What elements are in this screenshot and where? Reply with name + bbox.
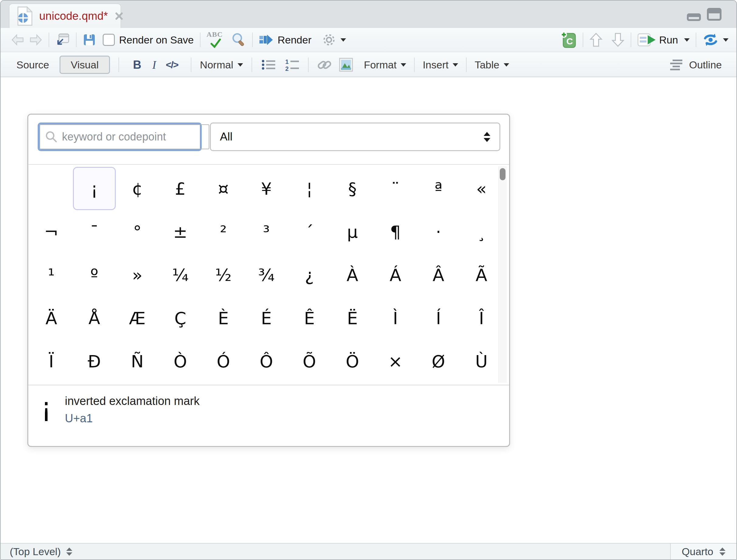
svg-text:C: C (566, 36, 573, 46)
symbol-cell[interactable]: Â (417, 253, 460, 296)
symbol-cell[interactable]: ± (159, 210, 202, 253)
symbol-cell[interactable]: ¦ (288, 167, 331, 210)
symbol-cell[interactable]: ¡ (73, 167, 116, 210)
symbol-cell[interactable]: ° (116, 210, 159, 253)
symbol-cell[interactable]: µ (331, 210, 374, 253)
symbol-cell[interactable]: ² (202, 210, 245, 253)
table-menu[interactable]: Table (474, 59, 509, 71)
symbol-cell[interactable]: « (460, 167, 503, 210)
symbol-cell[interactable]: ¶ (374, 210, 417, 253)
symbol-cell[interactable]: § (331, 167, 374, 210)
italic-button[interactable]: I (152, 58, 156, 71)
visual-mode-button[interactable]: Visual (60, 56, 110, 74)
minimize-pane-icon[interactable] (687, 7, 701, 21)
symbol-cell[interactable]: Ö (331, 340, 374, 383)
symbol-cell[interactable]: ´ (288, 210, 331, 253)
symbol-cell[interactable]: Ì (374, 296, 417, 340)
symbol-cell[interactable]: ¾ (245, 253, 288, 296)
link-icon[interactable] (317, 57, 332, 72)
symbol-cell[interactable]: Ø (417, 340, 460, 383)
symbol-cell[interactable]: × (374, 340, 417, 383)
symbol-cell[interactable]: Õ (288, 340, 331, 383)
symbol-cell[interactable]: ¼ (159, 253, 202, 296)
symbol-cell[interactable]: Í (417, 296, 460, 340)
symbol-cell[interactable]: ½ (202, 253, 245, 296)
image-icon[interactable] (339, 57, 354, 72)
symbol-cell[interactable]: ¥ (245, 167, 288, 210)
symbol-cell[interactable]: Ä (30, 296, 73, 340)
style-caret-icon (238, 63, 243, 67)
inline-code-button[interactable]: </> (166, 59, 178, 71)
symbol-cell[interactable]: Ã (460, 253, 503, 296)
open-in-new-window-icon[interactable] (55, 33, 70, 47)
symbol-cell[interactable]: Ê (288, 296, 331, 340)
numbered-list-icon[interactable]: 1 2 (284, 58, 300, 71)
render-on-save-checkbox[interactable] (103, 34, 115, 46)
rerun-source-icon[interactable] (702, 33, 719, 47)
symbol-cell[interactable]: Æ (116, 296, 159, 340)
insert-menu[interactable]: Insert (422, 59, 458, 71)
symbol-cell[interactable]: Î (460, 296, 503, 340)
symbol-category-select[interactable]: All (210, 123, 500, 151)
symbol-cell[interactable]: Ó (202, 340, 245, 383)
symbol-cell[interactable] (30, 167, 73, 210)
symbol-cell[interactable]: ¿ (288, 253, 331, 296)
source-options-caret-icon[interactable] (723, 38, 728, 42)
maximize-pane-icon[interactable] (707, 7, 722, 22)
forward-icon[interactable] (29, 34, 43, 46)
outline-toggle[interactable]: Outline (670, 58, 722, 71)
symbol-cell[interactable]: À (331, 253, 374, 296)
grid-scrollbar-thumb[interactable] (500, 168, 505, 180)
symbol-cell[interactable]: ª (417, 167, 460, 210)
insert-caret-icon (453, 63, 458, 67)
previous-chunk-icon[interactable] (589, 32, 603, 47)
symbol-cell[interactable]: Ò (159, 340, 202, 383)
symbol-cell[interactable]: É (245, 296, 288, 340)
next-chunk-icon[interactable] (611, 32, 625, 47)
symbol-cell[interactable]: Ô (245, 340, 288, 383)
back-icon[interactable] (11, 34, 24, 46)
symbol-cell[interactable]: Ñ (116, 340, 159, 383)
symbol-cell[interactable]: ¯ (73, 210, 116, 253)
symbol-cell[interactable]: Á (374, 253, 417, 296)
symbol-cell[interactable]: º (73, 253, 116, 296)
tab-unicode-qmd[interactable]: unicode.qmd* (9, 4, 121, 28)
symbol-cell[interactable]: Ï (30, 340, 73, 383)
find-replace-icon[interactable] (232, 33, 246, 47)
document-format-selector[interactable]: Quarto (670, 544, 736, 559)
format-toolbar: Source Visual B I </> Normal 1 2 (1, 53, 736, 77)
source-mode-button[interactable]: Source (16, 59, 49, 71)
symbol-cell[interactable]: » (116, 253, 159, 296)
bold-button[interactable]: B (133, 58, 141, 71)
symbol-cell[interactable]: È (202, 296, 245, 340)
symbol-cell[interactable]: Å (73, 296, 116, 340)
insert-code-chunk-icon[interactable]: C (560, 31, 577, 49)
symbol-cell[interactable]: Ç (159, 296, 202, 340)
symbol-cell[interactable]: Ë (331, 296, 374, 340)
bullet-list-icon[interactable] (261, 58, 277, 71)
symbol-cell[interactable]: · (417, 210, 460, 253)
scope-selector[interactable]: (Top Level) (1, 546, 72, 558)
symbol-cell[interactable]: ¤ (202, 167, 245, 210)
symbol-cell[interactable]: ¸ (460, 210, 503, 253)
preview-glyph: ¡ (41, 393, 51, 422)
symbol-cell[interactable]: ¨ (374, 167, 417, 210)
symbol-cell[interactable]: ¹ (30, 253, 73, 296)
render-options-caret-icon[interactable] (341, 38, 346, 42)
symbol-search-input[interactable] (61, 130, 204, 143)
symbol-cell[interactable]: ³ (245, 210, 288, 253)
close-tab-icon[interactable] (115, 12, 124, 21)
format-menu[interactable]: Format (364, 59, 406, 71)
paragraph-style-dropdown[interactable]: Normal (200, 59, 243, 71)
symbol-cell[interactable]: Ð (73, 340, 116, 383)
symbol-cell[interactable]: Ù (460, 340, 503, 383)
render-settings-gear-icon[interactable] (322, 33, 336, 47)
spellcheck-icon[interactable]: ABC (207, 31, 226, 49)
render-button[interactable]: Render (259, 33, 312, 46)
save-icon[interactable] (83, 33, 96, 47)
run-button[interactable]: Run (637, 33, 690, 47)
symbol-cell[interactable]: ¬ (30, 210, 73, 253)
tab-bar: unicode.qmd* (1, 1, 736, 28)
symbol-cell[interactable]: £ (159, 167, 202, 210)
symbol-cell[interactable]: ¢ (116, 167, 159, 210)
